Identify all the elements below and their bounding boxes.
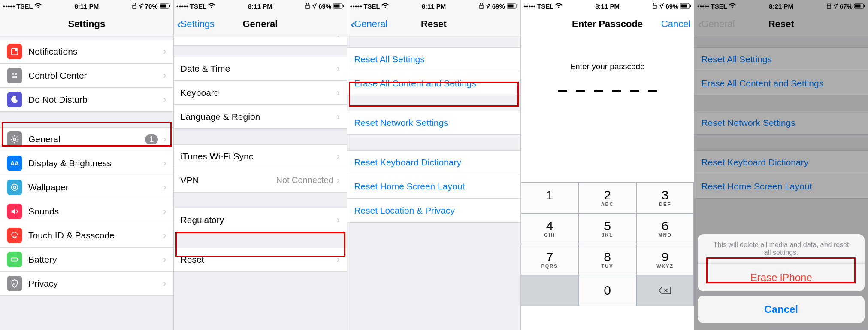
cell-reset[interactable]: Reset› [174, 248, 347, 272]
cell-itunes-wifi[interactable]: iTunes Wi-Fi Sync› [174, 144, 347, 168]
cell-reset-location[interactable]: Reset Location & Privacy [347, 199, 520, 223]
screen-reset: ●●●●●TSEL 8:11 PM 69% ‹General Reset Res… [347, 0, 521, 330]
privacy-icon [7, 276, 22, 291]
keypad: 1 2ABC 3DEF 4GHI 5JKL 6MNO 7PQRS 8TUV 9W… [521, 182, 694, 306]
action-sheet: This will delete all media and data, and… [698, 234, 865, 327]
key-7[interactable]: 7PQRS [521, 244, 579, 275]
cell-battery[interactable]: Battery › [0, 248, 173, 272]
status-bar: ●●●●●TSEL 8:11 PM 69% [347, 0, 520, 12]
cancel-button[interactable]: Cancel [661, 18, 690, 30]
chevron-right-icon: › [163, 158, 166, 169]
cell-label: Language & Region [181, 112, 333, 122]
status-bar: ●●●●● TSEL 8:11 PM 70% [0, 0, 173, 12]
back-label: Settings [181, 18, 215, 30]
key-empty [521, 275, 579, 306]
cell-label: Notifications [28, 46, 160, 57]
key-0[interactable]: 0 [578, 275, 636, 306]
cell-label: VPN [181, 175, 276, 186]
cell-label: General [28, 134, 145, 144]
screen-settings: ●●●●● TSEL 8:11 PM 70% Settings Notifica… [0, 0, 174, 330]
cell-notifications[interactable]: Notifications › [0, 40, 173, 64]
notifications-icon [7, 44, 22, 59]
status-bar: ●●●●●TSEL 8:11 PM 69% [174, 0, 347, 12]
battery-cell-icon [7, 252, 22, 267]
back-label: General [701, 18, 735, 30]
cell-keyboard[interactable]: Keyboard› [174, 81, 347, 105]
key-3[interactable]: 3DEF [636, 182, 694, 213]
sheet-cancel-button[interactable]: Cancel [698, 296, 865, 323]
cell-cut-row[interactable]: › [174, 36, 347, 46]
chevron-right-icon: › [163, 182, 166, 193]
chevron-right-icon: › [337, 111, 340, 122]
cell-label: Wallpaper [28, 182, 160, 192]
chevron-right-icon: › [163, 230, 166, 241]
passcode-area: Enter your passcode [521, 36, 694, 182]
key-2[interactable]: 2ABC [578, 182, 636, 213]
key-4[interactable]: 4GHI [521, 213, 579, 244]
general-icon [7, 131, 22, 147]
cell-erase-all[interactable]: Erase All Content and Settings [347, 71, 520, 95]
chevron-right-icon: › [337, 87, 340, 98]
chevron-right-icon: › [163, 94, 166, 105]
passcode-dashes [521, 90, 694, 92]
back-button[interactable]: ‹General [698, 18, 735, 31]
cell-regulatory[interactable]: Regulatory› [174, 208, 347, 232]
cell-reset-keyboard[interactable]: Reset Keyboard Dictionary [347, 150, 520, 174]
chevron-right-icon: › [163, 46, 166, 57]
back-button[interactable]: ‹General [351, 18, 387, 31]
erase-iphone-button[interactable]: Erase iPhone [698, 264, 865, 291]
svg-point-11 [13, 186, 16, 189]
key-6[interactable]: 6MNO [636, 213, 694, 244]
chevron-right-icon: › [163, 206, 166, 217]
cell-sounds[interactable]: Sounds › [0, 199, 173, 223]
svg-point-10 [12, 184, 18, 190]
cell-display[interactable]: AA Display & Brightness › [0, 151, 173, 175]
cell-label: Reset Home Screen Layout [354, 181, 514, 192]
sheet-message: This will delete all media and data, and… [698, 234, 865, 264]
key-8[interactable]: 8TUV [578, 244, 636, 275]
key-1[interactable]: 1 [521, 182, 579, 213]
cell-label: Reset Keyboard Dictionary [354, 157, 514, 168]
cell-language[interactable]: Language & Region› [174, 105, 347, 129]
svg-rect-6 [15, 73, 17, 75]
svg-rect-13 [18, 259, 18, 260]
chevron-right-icon: › [163, 254, 166, 265]
cell-reset-network[interactable]: Reset Network Settings [347, 111, 520, 135]
cell-control-center[interactable]: Control Center › [0, 64, 173, 88]
status-time: 8:11 PM [0, 3, 173, 10]
chevron-right-icon: › [337, 254, 340, 265]
key-5[interactable]: 5JKL [578, 213, 636, 244]
nav-title: Settings [0, 18, 173, 30]
cell-touchid[interactable]: Touch ID & Passcode › [0, 223, 173, 248]
cell-wallpaper[interactable]: Wallpaper › [0, 175, 173, 199]
cell-label: iTunes Wi-Fi Sync [181, 151, 333, 162]
cell-label: Erase All Content and Settings [354, 78, 514, 89]
cell-value: Not Connected [276, 175, 333, 185]
chevron-right-icon: › [163, 70, 166, 81]
cell-label: Regulatory [181, 215, 333, 225]
cell-reset-all[interactable]: Reset All Settings [347, 47, 520, 71]
sounds-icon [7, 204, 22, 219]
nav-bar: ‹Settings General [174, 12, 347, 36]
wallpaper-icon [7, 180, 22, 195]
svg-point-5 [12, 73, 14, 75]
cell-reset-home[interactable]: Reset Home Screen Layout [347, 174, 520, 199]
cell-date-time[interactable]: Date & Time› [174, 57, 347, 81]
chevron-right-icon: › [163, 278, 166, 289]
chevron-right-icon: › [337, 63, 340, 74]
cell-label: Touch ID & Passcode [28, 230, 160, 241]
back-button[interactable]: ‹Settings [177, 18, 215, 31]
cell-dnd[interactable]: Do Not Disturb › [0, 88, 173, 112]
cell-general[interactable]: General 1 › [0, 127, 173, 151]
cell-label: Date & Time [181, 64, 333, 74]
status-time: 8:11 PM [521, 3, 694, 10]
key-9[interactable]: 9WXYZ [636, 244, 694, 275]
cell-privacy[interactable]: Privacy › [0, 272, 173, 296]
cell-label: Privacy [28, 278, 160, 289]
cell-label: Reset All Settings [354, 54, 514, 64]
cell-vpn[interactable]: VPNNot Connected› [174, 168, 347, 192]
svg-point-8 [15, 76, 17, 78]
status-time: 8:11 PM [174, 3, 347, 10]
cell-label: Reset Network Settings [354, 118, 514, 128]
key-backspace[interactable] [636, 275, 694, 306]
